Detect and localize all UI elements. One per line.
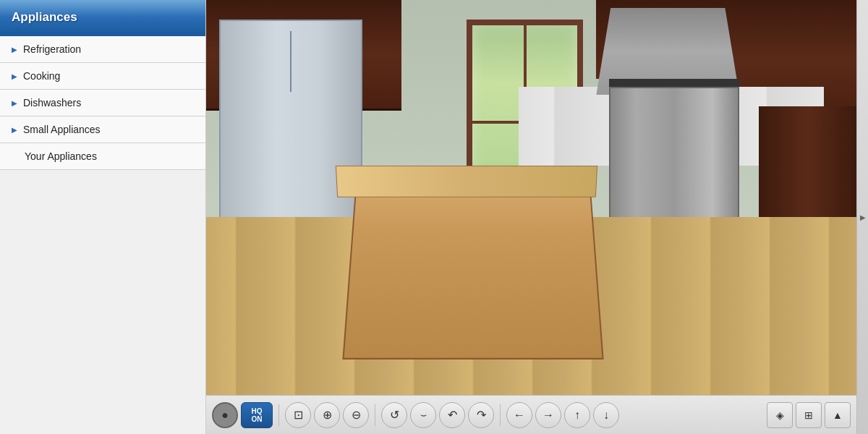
rotate-back-button[interactable]: ↶ xyxy=(439,402,465,428)
rotate-back-icon: ↶ xyxy=(448,408,457,422)
rotate-forward-button[interactable]: ↷ xyxy=(468,402,494,428)
sidebar-item-label: Your Appliances xyxy=(25,150,97,162)
sidebar-item-dishwashers[interactable]: ▶ Dishwashers xyxy=(0,90,205,116)
3d-view-button[interactable]: ◈ xyxy=(767,402,793,428)
zoom-in-button[interactable]: ⊕ xyxy=(314,402,340,428)
rotate-ccw-icon: ↺ xyxy=(390,408,399,422)
toolbar-right: ◈ ⊞ ▲ xyxy=(767,402,851,428)
cursor-tool-button[interactable]: ⊡ xyxy=(285,402,311,428)
stove xyxy=(609,87,739,225)
grid-view-icon: ⊞ xyxy=(804,409,813,421)
pan-right-icon: → xyxy=(542,409,554,422)
pan-down-button[interactable]: ↓ xyxy=(593,402,619,428)
pan-up-icon: ↑ xyxy=(574,409,580,422)
hq-on-button[interactable]: HQ ON xyxy=(241,402,273,428)
island-top xyxy=(336,166,597,197)
arrow-icon: ▶ xyxy=(12,99,17,107)
lower-cabinet-right xyxy=(759,106,856,225)
arrow-icon: ▶ xyxy=(12,72,17,80)
expand-button[interactable]: ▲ xyxy=(825,402,851,428)
sidebar-item-cooking[interactable]: ▶ Cooking xyxy=(0,63,205,90)
pan-right-button[interactable]: → xyxy=(535,402,561,428)
sidebar: Appliances ▶ Refrigeration ▶ Cooking ▶ D… xyxy=(0,0,206,434)
sidebar-item-label: Cooking xyxy=(23,70,60,82)
sidebar-menu: ▶ Refrigeration ▶ Cooking ▶ Dishwashers … xyxy=(0,36,205,170)
main-content: ● HQ ON ⊡ ⊕ ⊖ ↺ ⌣ ↶ ↷ xyxy=(206,0,856,434)
rotate-down-icon: ⌣ xyxy=(420,409,427,421)
cursor-icon: ⊡ xyxy=(294,408,303,422)
pan-up-button[interactable]: ↑ xyxy=(564,402,590,428)
sidebar-title: Appliances xyxy=(12,10,77,24)
rotate-ccw-button[interactable]: ↺ xyxy=(381,402,407,428)
arrow-icon: ▶ xyxy=(12,46,17,54)
expand-icon: ▲ xyxy=(833,409,843,421)
rotate-down-button[interactable]: ⌣ xyxy=(410,402,436,428)
kitchen-viewport[interactable] xyxy=(206,0,856,395)
record-button[interactable]: ● xyxy=(212,402,238,428)
arrow-icon: ▶ xyxy=(12,126,17,134)
toolbar: ● HQ ON ⊡ ⊕ ⊖ ↺ ⌣ ↶ ↷ xyxy=(206,395,856,434)
grid-view-button[interactable]: ⊞ xyxy=(796,402,822,428)
pan-left-button[interactable]: ← xyxy=(506,402,532,428)
zoom-in-icon: ⊕ xyxy=(323,408,332,422)
separator-2 xyxy=(375,404,375,426)
right-panel-toggle[interactable]: ▶ xyxy=(856,0,868,434)
record-icon: ● xyxy=(221,409,229,422)
hq-label: HQ xyxy=(252,407,263,415)
sidebar-item-label: Refrigeration xyxy=(23,43,81,55)
sidebar-item-label: Dishwashers xyxy=(23,97,81,109)
pan-down-icon: ↓ xyxy=(603,409,609,422)
sidebar-header: Appliances xyxy=(0,0,205,36)
right-edge-icon: ▶ xyxy=(860,213,866,221)
sidebar-item-small-appliances[interactable]: ▶ Small Appliances xyxy=(0,116,205,143)
separator-3 xyxy=(500,404,501,426)
zoom-out-icon: ⊖ xyxy=(352,408,361,422)
sidebar-item-your-appliances[interactable]: Your Appliances xyxy=(0,143,205,170)
zoom-out-button[interactable]: ⊖ xyxy=(343,402,369,428)
sidebar-item-label: Small Appliances xyxy=(23,124,101,135)
separator-1 xyxy=(278,404,279,426)
kitchen-island xyxy=(342,184,603,359)
3d-view-icon: ◈ xyxy=(776,409,784,421)
on-label: ON xyxy=(252,415,263,423)
kitchen-scene xyxy=(206,0,856,395)
pan-left-icon: ← xyxy=(514,409,525,422)
rotate-forward-icon: ↷ xyxy=(477,408,486,422)
sidebar-item-refrigeration[interactable]: ▶ Refrigeration xyxy=(0,36,205,63)
